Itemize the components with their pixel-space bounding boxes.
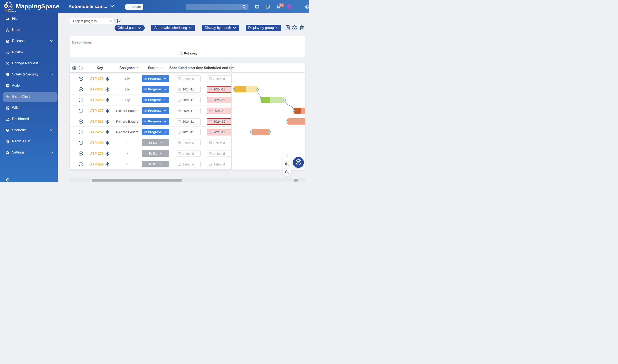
svg-text:Auto: Auto [9, 8, 13, 11]
svg-text:8H: 8H [4, 9, 9, 13]
svg-text:DevOps: DevOps [9, 10, 16, 13]
